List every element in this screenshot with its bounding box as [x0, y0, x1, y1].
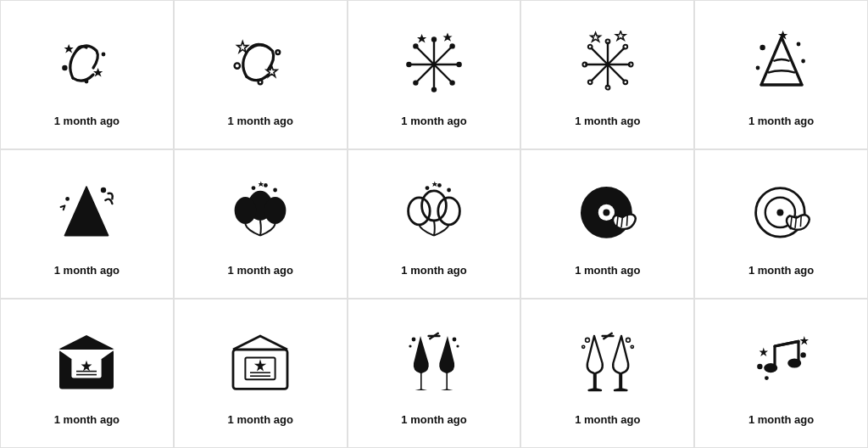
svg-line-29 [608, 48, 624, 64]
svg-point-70 [603, 209, 609, 216]
svg-line-15 [417, 64, 434, 81]
svg-point-25 [413, 43, 418, 48]
list-item[interactable]: 1 month ago [0, 149, 174, 299]
svg-point-9 [259, 80, 263, 84]
svg-point-18 [431, 36, 437, 42]
balloons-outline-icon [396, 176, 472, 252]
svg-point-24 [406, 61, 411, 66]
timestamp-label: 1 month ago [54, 413, 120, 426]
svg-point-107 [800, 352, 805, 357]
svg-line-17 [417, 48, 434, 64]
champagne-outline-icon [570, 325, 646, 401]
svg-point-103 [764, 363, 777, 372]
party-hat-icon [743, 26, 820, 103]
list-item[interactable]: 1 month ago [694, 299, 868, 448]
fireworks-outline-icon [570, 26, 646, 103]
svg-point-42 [582, 62, 587, 66]
list-item[interactable]: 1 month ago [174, 0, 348, 149]
timestamp-label: 1 month ago [228, 413, 293, 426]
svg-point-56 [264, 197, 287, 224]
list-item[interactable]: 1 month ago [520, 0, 694, 149]
svg-point-91 [453, 337, 457, 341]
svg-marker-26 [417, 34, 426, 42]
envelope-outline-icon [222, 325, 298, 401]
svg-point-39 [623, 80, 627, 84]
timestamp-label: 1 month ago [748, 264, 814, 277]
timestamp-label: 1 month ago [401, 413, 466, 426]
music-notes-icon [743, 325, 820, 401]
svg-point-20 [456, 61, 461, 66]
svg-point-104 [787, 358, 801, 367]
svg-point-8 [276, 50, 281, 54]
svg-point-64 [426, 186, 430, 190]
svg-point-97 [626, 338, 630, 342]
svg-line-79 [800, 216, 801, 227]
timestamp-label: 1 month ago [54, 264, 120, 277]
svg-marker-27 [442, 32, 452, 41]
icon-grid: 1 month ago 1 month ago [0, 0, 868, 448]
svg-point-37 [623, 44, 627, 48]
champagne-filled-icon [396, 325, 472, 401]
svg-marker-45 [615, 31, 625, 39]
confetti-star-outline-icon [222, 26, 298, 103]
timestamp-label: 1 month ago [401, 264, 466, 277]
svg-point-49 [801, 59, 805, 63]
svg-rect-85 [233, 350, 287, 389]
list-item[interactable]: 1 month ago [174, 299, 348, 448]
svg-point-90 [412, 337, 416, 341]
list-item[interactable]: 1 month ago [520, 149, 694, 299]
list-item[interactable]: 1 month ago [348, 0, 521, 149]
svg-point-96 [585, 338, 589, 342]
svg-point-98 [581, 345, 584, 348]
svg-point-47 [760, 44, 765, 49]
party-hat-filled-icon [48, 176, 125, 252]
svg-point-76 [776, 209, 783, 216]
svg-point-19 [449, 43, 454, 48]
svg-point-41 [588, 80, 593, 84]
svg-point-57 [252, 186, 256, 190]
svg-point-109 [765, 376, 769, 380]
timestamp-label: 1 month ago [401, 115, 466, 127]
timestamp-label: 1 month ago [54, 115, 120, 127]
svg-point-48 [796, 42, 800, 46]
timestamp-label: 1 month ago [575, 264, 640, 277]
timestamp-label: 1 month ago [228, 264, 293, 277]
list-item[interactable]: 1 month ago [0, 0, 174, 149]
svg-point-2 [63, 64, 68, 70]
svg-line-102 [775, 341, 798, 346]
timestamp-label: 1 month ago [575, 115, 640, 127]
list-item[interactable]: 1 month ago [520, 299, 694, 448]
list-item[interactable]: 1 month ago [348, 149, 521, 299]
svg-point-22 [431, 87, 437, 92]
timestamp-label: 1 month ago [575, 413, 640, 426]
fireworks-filled-icon [396, 26, 472, 103]
list-item[interactable]: 1 month ago [0, 299, 174, 448]
confetti-star-filled-icon [48, 26, 125, 103]
svg-point-53 [66, 197, 70, 201]
list-item[interactable]: 1 month ago [174, 149, 348, 299]
svg-marker-60 [259, 181, 264, 186]
svg-marker-106 [759, 347, 767, 356]
svg-marker-87 [254, 359, 266, 371]
svg-point-59 [273, 188, 277, 192]
svg-line-13 [434, 64, 451, 81]
svg-point-7 [235, 63, 240, 68]
list-item[interactable]: 1 month ago [348, 299, 521, 448]
svg-point-66 [447, 188, 451, 192]
timestamp-label: 1 month ago [228, 115, 293, 127]
svg-line-33 [592, 64, 608, 81]
list-item[interactable]: 1 month ago [694, 0, 868, 149]
svg-point-50 [755, 65, 760, 70]
svg-point-36 [605, 39, 609, 43]
svg-point-62 [409, 197, 431, 224]
list-item[interactable]: 1 month ago [694, 149, 868, 299]
svg-marker-0 [64, 44, 74, 53]
envelope-filled-icon [48, 325, 125, 401]
svg-point-93 [456, 344, 459, 347]
svg-marker-1 [93, 68, 103, 76]
svg-point-92 [409, 344, 411, 347]
svg-line-11 [434, 48, 451, 64]
balloons-filled-icon [222, 176, 298, 252]
svg-point-63 [438, 197, 460, 224]
svg-point-40 [605, 85, 609, 89]
